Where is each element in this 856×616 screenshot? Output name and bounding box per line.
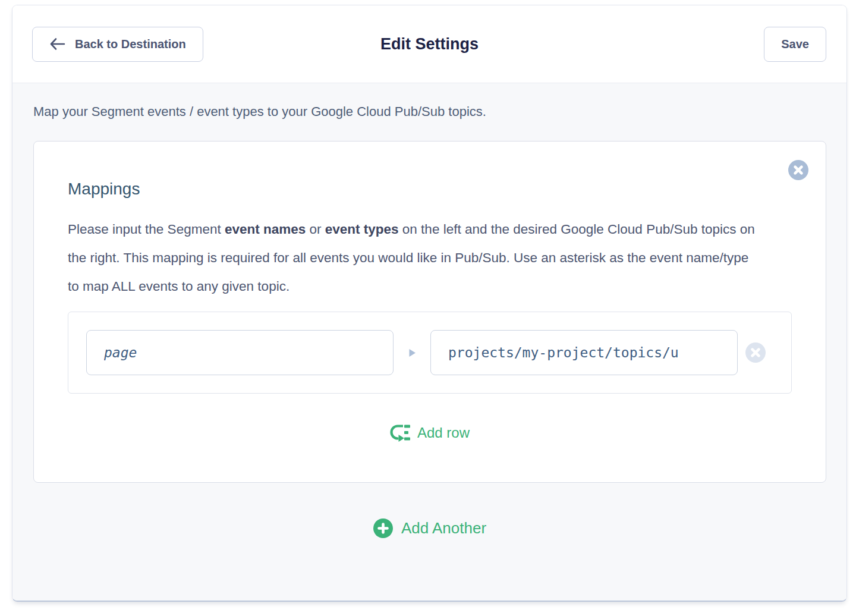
pubsub-topic-input[interactable] (430, 330, 738, 375)
insert-row-icon (390, 423, 410, 442)
back-button-label: Back to Destination (75, 37, 186, 51)
triangle-right-icon (394, 348, 430, 358)
mappings-description: Please input the Segment event names or … (68, 215, 763, 301)
arrow-left-icon (49, 37, 65, 51)
mapping-row (68, 312, 792, 394)
circle-plus-icon (373, 518, 393, 538)
header: Back to Destination Edit Settings Save (12, 5, 846, 83)
add-another-button[interactable]: Add Another (373, 518, 486, 538)
remove-setting-button[interactable] (788, 160, 808, 180)
add-another-label: Add Another (401, 519, 486, 538)
edit-settings-page: Back to Destination Edit Settings Save M… (12, 5, 847, 602)
event-name-input[interactable] (86, 330, 394, 375)
mappings-title: Mappings (68, 178, 792, 200)
remove-row-button[interactable] (745, 342, 766, 363)
add-row-button[interactable]: Add row (390, 423, 470, 442)
back-to-destination-button[interactable]: Back to Destination (32, 27, 203, 62)
add-row-label: Add row (417, 425, 470, 441)
save-button[interactable]: Save (764, 27, 826, 62)
mappings-card: Mappings Please input the Segment event … (33, 141, 826, 483)
intro-text: Map your Segment events / event types to… (33, 103, 826, 121)
close-icon (788, 173, 808, 182)
close-icon (745, 356, 766, 364)
page-body: Map your Segment events / event types to… (12, 83, 846, 601)
